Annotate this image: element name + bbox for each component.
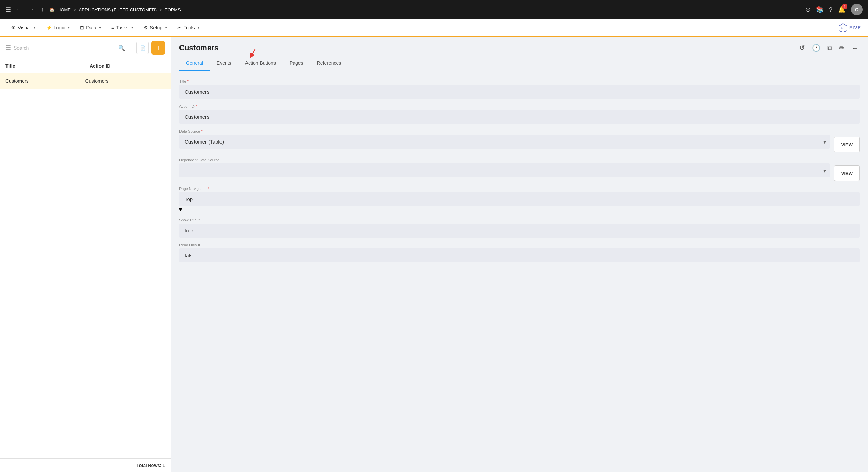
nav-visual-label: Visual <box>18 25 31 30</box>
tab-pages[interactable]: Pages <box>283 56 310 71</box>
search-icon[interactable]: 🔍 <box>118 45 125 51</box>
dependent-data-source-row: Dependent Data Source ▾ VIEW <box>179 158 860 181</box>
right-panel-header: Customers ↺ 🕐 ⧉ ✏ ← <box>171 37 868 53</box>
nav-tools[interactable]: ✂ Tools ▼ <box>173 23 204 32</box>
data-arrow: ▼ <box>98 26 102 29</box>
row-action-id: Customers <box>85 78 165 84</box>
plus-icon: + <box>156 43 161 52</box>
up-button[interactable]: ↑ <box>40 5 45 14</box>
field-show-title-if-label: Show Title If <box>179 218 860 222</box>
home-icon: 🏠 <box>49 7 55 12</box>
tools-arrow: ▼ <box>197 26 200 29</box>
notification-badge: 1 <box>842 4 847 9</box>
data-source-row: Data Source * ▾ VIEW <box>179 129 860 152</box>
nav-tasks[interactable]: ≡ Tasks ▼ <box>107 23 138 32</box>
hamburger-icon[interactable]: ☰ <box>5 6 11 13</box>
five-logo-text: FIVE <box>849 25 861 30</box>
form-title: Customers <box>179 43 218 52</box>
help-icon[interactable]: ? <box>829 6 832 13</box>
nav-setup[interactable]: ⚙ Setup ▼ <box>139 23 172 32</box>
nav-visual[interactable]: 👁 Visual ▼ <box>7 23 40 32</box>
page-navigation-input[interactable] <box>179 192 860 206</box>
tab-general-label: General <box>186 60 203 66</box>
tab-references-label: References <box>317 60 342 66</box>
tab-references[interactable]: References <box>310 56 348 71</box>
visual-icon: 👁 <box>11 25 16 30</box>
edit-icon[interactable]: ✏ <box>838 42 846 53</box>
back-icon[interactable]: ← <box>850 43 860 53</box>
field-data-source: Data Source * ▾ VIEW <box>179 129 860 152</box>
breadcrumb-home[interactable]: HOME <box>57 7 71 12</box>
header-icons: ↺ 🕐 ⧉ ✏ ← <box>798 42 860 53</box>
field-read-only-if: Read Only If <box>179 243 860 262</box>
breadcrumb-app[interactable]: APPLICATIONS (FILTER CUSTOMER) <box>79 7 157 12</box>
data-source-select-container: ▾ <box>179 135 830 149</box>
tasks-icon: ≡ <box>111 25 114 30</box>
notifications[interactable]: 🔔 1 <box>838 6 845 13</box>
tab-events[interactable]: Events <box>210 56 238 71</box>
page-navigation-select-container: ▾ <box>179 192 860 213</box>
nav-tools-label: Tools <box>184 25 195 30</box>
tab-events-label: Events <box>217 60 231 66</box>
title-required: * <box>187 79 188 83</box>
logic-arrow: ▼ <box>67 26 70 29</box>
dependent-data-source-wrapper: Dependent Data Source ▾ <box>179 158 830 177</box>
tab-general[interactable]: General <box>179 56 210 71</box>
data-icon: ⊞ <box>80 25 84 30</box>
tools-icon: ✂ <box>177 25 182 30</box>
form-content: Title * Action ID * Data Source <box>171 71 868 472</box>
settings-icon[interactable]: ⊙ <box>805 6 811 13</box>
history-icon[interactable]: 🕐 <box>811 42 822 53</box>
data-source-wrapper: Data Source * ▾ <box>179 129 830 149</box>
right-panel: Customers ↺ 🕐 ⧉ ✏ ← General Events Actio… <box>171 37 868 472</box>
field-show-title-if: Show Title If <box>179 218 860 238</box>
nav-setup-label: Setup <box>150 25 163 30</box>
refresh-icon[interactable]: ↺ <box>798 42 806 53</box>
copy-icon[interactable]: ⧉ <box>826 43 833 53</box>
page-navigation-chevron: ▾ <box>179 206 182 212</box>
title-input[interactable] <box>179 85 860 99</box>
table-row[interactable]: Customers Customers <box>0 73 171 89</box>
breadcrumb-sep2: > <box>159 7 162 12</box>
tab-action-buttons[interactable]: Action Buttons <box>238 56 283 71</box>
read-only-if-input[interactable] <box>179 248 860 262</box>
table-header: Title Action ID <box>0 59 171 73</box>
nav-data[interactable]: ⊞ Data ▼ <box>76 23 106 32</box>
filter-icon[interactable]: ☰ <box>5 44 11 52</box>
forward-button[interactable]: → <box>27 5 36 14</box>
divider <box>131 43 131 53</box>
left-panel-footer: Total Rows: 1 <box>0 458 171 472</box>
document-button[interactable]: 📄 <box>136 42 149 54</box>
data-source-input[interactable] <box>179 135 830 149</box>
show-title-if-input[interactable] <box>179 224 860 238</box>
left-panel: ☰ 🔍 📄 + Title Action ID Customers Custom… <box>0 37 171 472</box>
second-nav-items: 👁 Visual ▼ ⚡ Logic ▼ ⊞ Data ▼ ≡ Tasks ▼ … <box>7 23 204 32</box>
action-id-input[interactable] <box>179 110 860 124</box>
dependent-data-source-input[interactable] <box>179 163 830 177</box>
setup-icon: ⚙ <box>144 25 148 30</box>
library-icon[interactable]: 📚 <box>816 6 824 13</box>
main-layout: ☰ 🔍 📄 + Title Action ID Customers Custom… <box>0 37 868 472</box>
arrow-annotation <box>249 49 262 59</box>
action-id-required: * <box>196 104 197 108</box>
add-button[interactable]: + <box>151 41 165 55</box>
svg-line-3 <box>251 49 255 56</box>
document-icon: 📄 <box>140 45 146 51</box>
tabs: General Events Action Buttons Pag <box>171 56 868 71</box>
dependent-data-source-select-container: ▾ <box>179 163 830 177</box>
dependent-data-source-view-button[interactable]: VIEW <box>834 165 860 181</box>
nav-logic[interactable]: ⚡ Logic ▼ <box>42 23 75 32</box>
breadcrumb-current[interactable]: FORMS <box>165 7 181 12</box>
tab-pages-label: Pages <box>290 60 303 66</box>
field-action-id-label: Action ID * <box>179 104 860 108</box>
back-button[interactable]: ← <box>15 5 23 14</box>
search-input[interactable] <box>14 45 116 51</box>
avatar[interactable]: C <box>851 4 863 15</box>
setup-arrow: ▼ <box>164 26 168 29</box>
field-title-label: Title * <box>179 79 860 83</box>
field-read-only-if-label: Read Only If <box>179 243 860 247</box>
left-panel-header: ☰ 🔍 📄 + <box>0 37 171 59</box>
data-source-view-button[interactable]: VIEW <box>834 137 860 152</box>
field-data-source-label: Data Source * <box>179 129 830 133</box>
col-action-header: Action ID <box>87 63 165 69</box>
